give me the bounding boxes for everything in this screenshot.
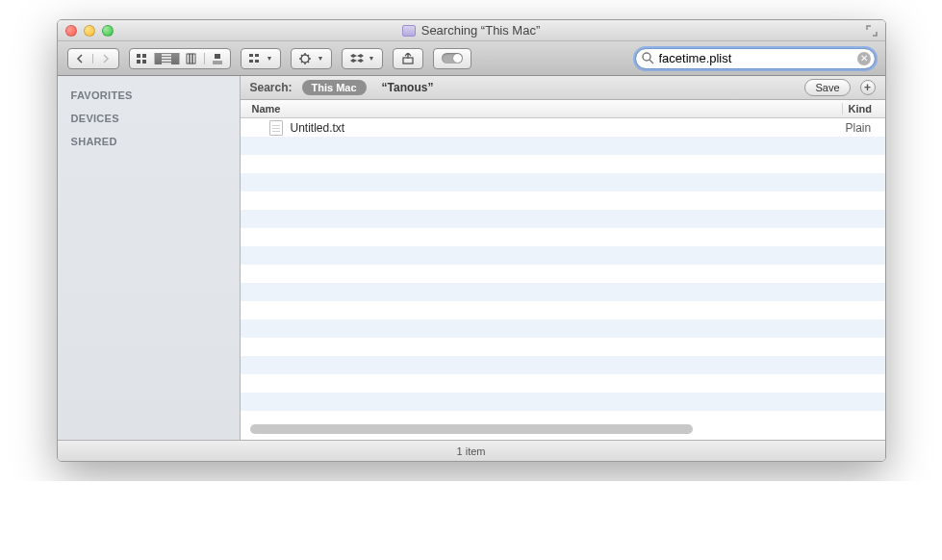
- file-kind: Plain: [842, 121, 885, 135]
- list-header: Name Kind: [241, 100, 885, 118]
- svg-rect-3: [142, 60, 146, 64]
- toggle-switch-icon: [442, 53, 463, 64]
- svg-rect-9: [249, 60, 253, 63]
- file-list: Untitled.txtPlain: [241, 118, 885, 440]
- table-row: [241, 393, 885, 411]
- svg-rect-7: [215, 54, 220, 59]
- back-button[interactable]: [68, 54, 93, 64]
- search-scope-bar: Search: This Mac “Tanous” Save +: [241, 76, 885, 100]
- search-field-wrap: ✕: [635, 48, 876, 69]
- horizontal-scrollbar[interactable]: [250, 424, 883, 436]
- table-row: [241, 374, 885, 393]
- status-text: 1 item: [457, 445, 486, 457]
- sidebar-section-shared[interactable]: SHARED: [71, 136, 240, 147]
- chevron-down-icon: ▼: [267, 55, 273, 62]
- search-input[interactable]: [635, 48, 876, 69]
- action-button[interactable]: ▼: [291, 48, 332, 69]
- svg-rect-2: [137, 60, 140, 64]
- table-row[interactable]: Untitled.txtPlain: [241, 118, 885, 137]
- arrange-button[interactable]: ▼: [241, 48, 282, 69]
- toggle-button[interactable]: [433, 48, 471, 69]
- minimize-button[interactable]: [84, 25, 95, 37]
- column-name[interactable]: Name: [241, 103, 842, 115]
- scope-this-mac[interactable]: This Mac: [302, 80, 367, 95]
- window-title-area: Searching “This Mac”: [58, 23, 885, 38]
- titlebar-right: [866, 25, 878, 37]
- table-row: [241, 283, 885, 301]
- proxy-folder-icon: [402, 25, 416, 37]
- svg-rect-10: [255, 54, 259, 57]
- table-row: [241, 265, 885, 283]
- main-area: Search: This Mac “Tanous” Save + Name Ki…: [241, 76, 885, 440]
- svg-rect-6: [192, 54, 195, 64]
- chevron-down-icon: ▼: [368, 55, 374, 62]
- close-button[interactable]: [65, 25, 77, 37]
- table-row: [241, 155, 885, 173]
- view-coverflow[interactable]: [205, 53, 230, 64]
- finder-window: Searching “This Mac”: [57, 19, 886, 462]
- fullscreen-icon[interactable]: [866, 25, 878, 37]
- table-row: [241, 137, 885, 155]
- table-row: [241, 356, 885, 374]
- save-search-button[interactable]: Save: [804, 79, 850, 96]
- table-row: [241, 246, 885, 265]
- table-row: [241, 338, 885, 356]
- scrollbar-thumb[interactable]: [250, 424, 694, 434]
- table-row: [241, 319, 885, 338]
- window-title: Searching “This Mac”: [421, 23, 541, 38]
- add-criteria-button[interactable]: +: [860, 80, 876, 95]
- dropbox-button[interactable]: ▼: [342, 48, 383, 69]
- share-button[interactable]: [393, 48, 423, 69]
- svg-rect-8: [249, 54, 253, 57]
- table-row: [241, 210, 885, 228]
- traffic-lights: [65, 25, 114, 37]
- file-icon: [269, 120, 283, 136]
- nav-back-forward: [67, 48, 119, 69]
- toolbar: ▼ ▼ ▼ ✕: [58, 41, 885, 76]
- sidebar: FAVORITES DEVICES SHARED: [58, 76, 241, 440]
- scope-folder[interactable]: “Tanous”: [376, 79, 440, 96]
- sidebar-section-favorites[interactable]: FAVORITES: [71, 89, 240, 101]
- table-row: [241, 191, 885, 210]
- sidebar-section-devices[interactable]: DEVICES: [71, 113, 240, 124]
- svg-rect-11: [255, 60, 259, 63]
- svg-rect-1: [142, 54, 146, 58]
- view-icon-grid[interactable]: [130, 53, 155, 64]
- search-icon: [642, 52, 654, 64]
- forward-button[interactable]: [93, 54, 118, 64]
- view-mode-segment: [129, 48, 231, 69]
- table-row: [241, 301, 885, 319]
- table-row: [241, 228, 885, 246]
- view-column[interactable]: [180, 53, 205, 64]
- titlebar: Searching “This Mac”: [58, 20, 885, 41]
- view-list[interactable]: [155, 53, 180, 64]
- table-row: [241, 173, 885, 191]
- clear-search-button[interactable]: ✕: [857, 52, 871, 65]
- svg-rect-0: [137, 54, 140, 58]
- column-kind[interactable]: Kind: [842, 103, 885, 115]
- svg-point-14: [643, 53, 650, 61]
- file-name: Untitled.txt: [291, 121, 842, 135]
- scope-label: Search:: [250, 81, 293, 94]
- zoom-button[interactable]: [102, 25, 114, 37]
- chevron-down-icon: ▼: [317, 55, 323, 62]
- status-bar: 1 item: [58, 440, 885, 461]
